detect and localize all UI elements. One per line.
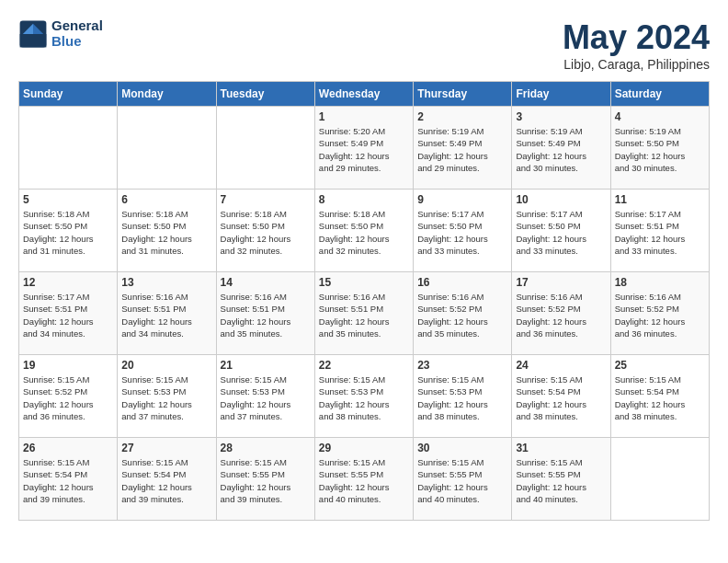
calendar-cell — [118, 107, 216, 190]
logo-icon — [18, 19, 48, 49]
day-info: Sunrise: 5:20 AM Sunset: 5:49 PM Dayligh… — [319, 125, 409, 174]
day-info: Sunrise: 5:15 AM Sunset: 5:55 PM Dayligh… — [516, 456, 606, 505]
calendar-cell — [19, 107, 118, 190]
calendar-cell: 7Sunrise: 5:18 AM Sunset: 5:50 PM Daylig… — [216, 190, 314, 272]
day-info: Sunrise: 5:16 AM Sunset: 5:51 PM Dayligh… — [319, 291, 409, 339]
day-number: 6 — [121, 193, 211, 206]
day-number: 14 — [221, 276, 311, 289]
calendar-week-2: 5Sunrise: 5:18 AM Sunset: 5:50 PM Daylig… — [19, 190, 710, 272]
calendar-cell: 9Sunrise: 5:17 AM Sunset: 5:50 PM Daylig… — [414, 190, 512, 272]
calendar-cell: 30Sunrise: 5:15 AM Sunset: 5:55 PM Dayli… — [414, 438, 512, 521]
day-info: Sunrise: 5:17 AM Sunset: 5:50 PM Dayligh… — [417, 208, 507, 257]
month-title: May 2024 — [563, 18, 710, 57]
day-number: 15 — [319, 276, 409, 289]
day-info: Sunrise: 5:19 AM Sunset: 5:50 PM Dayligh… — [615, 125, 705, 174]
day-info: Sunrise: 5:19 AM Sunset: 5:49 PM Dayligh… — [516, 125, 606, 174]
calendar-cell: 28Sunrise: 5:15 AM Sunset: 5:55 PM Dayli… — [216, 438, 314, 521]
day-info: Sunrise: 5:15 AM Sunset: 5:54 PM Dayligh… — [615, 373, 705, 422]
day-header-wednesday: Wednesday — [314, 82, 413, 107]
day-number: 23 — [417, 359, 507, 372]
logo: General Blue — [18, 18, 103, 49]
day-number: 21 — [221, 359, 311, 372]
logo-text: General Blue — [51, 18, 103, 49]
svg-rect-3 — [20, 34, 47, 47]
day-number: 17 — [516, 276, 606, 289]
day-header-tuesday: Tuesday — [216, 82, 314, 107]
calendar-header-row: SundayMondayTuesdayWednesdayThursdayFrid… — [19, 82, 710, 107]
day-info: Sunrise: 5:17 AM Sunset: 5:51 PM Dayligh… — [23, 291, 113, 339]
calendar-cell: 26Sunrise: 5:15 AM Sunset: 5:54 PM Dayli… — [19, 438, 118, 521]
day-info: Sunrise: 5:18 AM Sunset: 5:50 PM Dayligh… — [319, 208, 409, 257]
day-info: Sunrise: 5:18 AM Sunset: 5:50 PM Dayligh… — [121, 208, 211, 257]
day-info: Sunrise: 5:16 AM Sunset: 5:52 PM Dayligh… — [615, 291, 705, 339]
day-number: 24 — [516, 359, 606, 372]
day-number: 20 — [121, 359, 211, 372]
day-number: 29 — [319, 442, 409, 454]
day-number: 9 — [417, 193, 507, 206]
day-info: Sunrise: 5:16 AM Sunset: 5:52 PM Dayligh… — [417, 291, 507, 339]
calendar-cell: 2Sunrise: 5:19 AM Sunset: 5:49 PM Daylig… — [414, 107, 512, 190]
day-header-monday: Monday — [118, 82, 216, 107]
day-info: Sunrise: 5:15 AM Sunset: 5:52 PM Dayligh… — [23, 373, 113, 422]
day-info: Sunrise: 5:15 AM Sunset: 5:54 PM Dayligh… — [516, 373, 606, 422]
day-info: Sunrise: 5:15 AM Sunset: 5:55 PM Dayligh… — [417, 456, 507, 505]
title-section: May 2024 Libjo, Caraga, Philippines — [563, 18, 710, 72]
day-number: 13 — [121, 276, 211, 289]
calendar-week-3: 12Sunrise: 5:17 AM Sunset: 5:51 PM Dayli… — [19, 272, 710, 355]
day-number: 16 — [417, 276, 507, 289]
day-number: 4 — [615, 110, 705, 123]
day-info: Sunrise: 5:17 AM Sunset: 5:51 PM Dayligh… — [615, 208, 705, 257]
day-number: 7 — [221, 193, 311, 206]
day-number: 8 — [319, 193, 409, 206]
calendar-cell: 5Sunrise: 5:18 AM Sunset: 5:50 PM Daylig… — [19, 190, 118, 272]
calendar-cell: 18Sunrise: 5:16 AM Sunset: 5:52 PM Dayli… — [610, 272, 709, 355]
calendar-cell: 8Sunrise: 5:18 AM Sunset: 5:50 PM Daylig… — [314, 190, 413, 272]
day-number: 26 — [23, 442, 113, 454]
day-info: Sunrise: 5:15 AM Sunset: 5:53 PM Dayligh… — [121, 373, 211, 422]
day-number: 11 — [615, 193, 705, 206]
day-header-friday: Friday — [512, 82, 610, 107]
calendar-week-4: 19Sunrise: 5:15 AM Sunset: 5:52 PM Dayli… — [19, 355, 710, 438]
day-header-sunday: Sunday — [19, 82, 118, 107]
calendar-cell: 22Sunrise: 5:15 AM Sunset: 5:53 PM Dayli… — [314, 355, 413, 438]
day-info: Sunrise: 5:18 AM Sunset: 5:50 PM Dayligh… — [23, 208, 113, 257]
day-info: Sunrise: 5:15 AM Sunset: 5:54 PM Dayligh… — [23, 456, 113, 505]
day-number: 31 — [516, 442, 606, 454]
calendar-body: 1Sunrise: 5:20 AM Sunset: 5:49 PM Daylig… — [19, 107, 710, 521]
day-info: Sunrise: 5:15 AM Sunset: 5:53 PM Dayligh… — [221, 373, 311, 422]
day-number: 19 — [23, 359, 113, 372]
day-info: Sunrise: 5:16 AM Sunset: 5:51 PM Dayligh… — [221, 291, 311, 339]
day-header-thursday: Thursday — [414, 82, 512, 107]
day-info: Sunrise: 5:17 AM Sunset: 5:50 PM Dayligh… — [516, 208, 606, 257]
location-subtitle: Libjo, Caraga, Philippines — [563, 57, 710, 72]
calendar-cell: 31Sunrise: 5:15 AM Sunset: 5:55 PM Dayli… — [512, 438, 610, 521]
day-info: Sunrise: 5:19 AM Sunset: 5:49 PM Dayligh… — [417, 125, 507, 174]
calendar-week-1: 1Sunrise: 5:20 AM Sunset: 5:49 PM Daylig… — [19, 107, 710, 190]
day-number: 10 — [516, 193, 606, 206]
page-header: General Blue May 2024 Libjo, Caraga, Phi… — [18, 18, 710, 72]
calendar-cell: 29Sunrise: 5:15 AM Sunset: 5:55 PM Dayli… — [314, 438, 413, 521]
calendar-cell: 15Sunrise: 5:16 AM Sunset: 5:51 PM Dayli… — [314, 272, 413, 355]
calendar-cell: 17Sunrise: 5:16 AM Sunset: 5:52 PM Dayli… — [512, 272, 610, 355]
calendar-cell: 19Sunrise: 5:15 AM Sunset: 5:52 PM Dayli… — [19, 355, 118, 438]
calendar-cell: 16Sunrise: 5:16 AM Sunset: 5:52 PM Dayli… — [414, 272, 512, 355]
day-info: Sunrise: 5:15 AM Sunset: 5:55 PM Dayligh… — [319, 456, 409, 505]
day-number: 18 — [615, 276, 705, 289]
calendar-cell: 11Sunrise: 5:17 AM Sunset: 5:51 PM Dayli… — [610, 190, 709, 272]
day-info: Sunrise: 5:15 AM Sunset: 5:55 PM Dayligh… — [221, 456, 311, 505]
day-number: 28 — [221, 442, 311, 454]
day-info: Sunrise: 5:15 AM Sunset: 5:54 PM Dayligh… — [121, 456, 211, 505]
calendar-cell: 4Sunrise: 5:19 AM Sunset: 5:50 PM Daylig… — [610, 107, 709, 190]
calendar-cell: 10Sunrise: 5:17 AM Sunset: 5:50 PM Dayli… — [512, 190, 610, 272]
day-number: 27 — [121, 442, 211, 454]
calendar-table: SundayMondayTuesdayWednesdayThursdayFrid… — [18, 81, 710, 521]
day-number: 5 — [23, 193, 113, 206]
day-number: 2 — [417, 110, 507, 123]
day-number: 30 — [417, 442, 507, 454]
day-number: 25 — [615, 359, 705, 372]
calendar-cell: 20Sunrise: 5:15 AM Sunset: 5:53 PM Dayli… — [118, 355, 216, 438]
calendar-cell: 12Sunrise: 5:17 AM Sunset: 5:51 PM Dayli… — [19, 272, 118, 355]
day-header-saturday: Saturday — [610, 82, 709, 107]
day-number: 12 — [23, 276, 113, 289]
day-info: Sunrise: 5:18 AM Sunset: 5:50 PM Dayligh… — [221, 208, 311, 257]
